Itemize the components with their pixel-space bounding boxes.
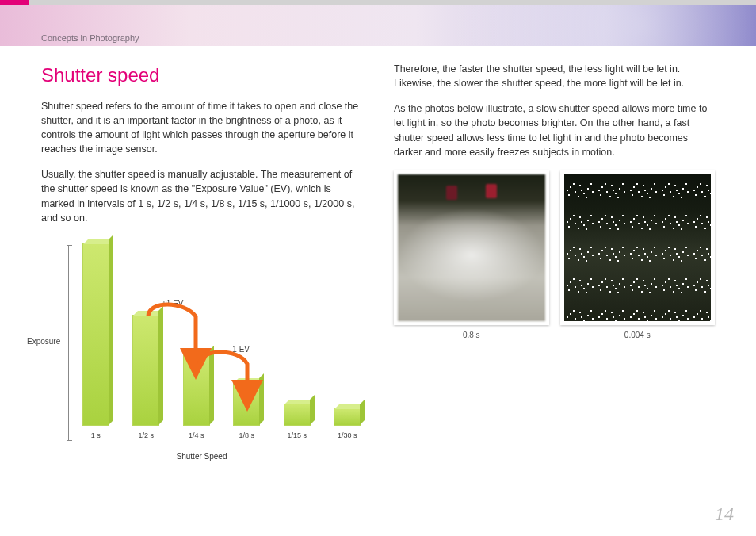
bar-col-4: 1/15 s bbox=[282, 404, 312, 441]
photo-col-slow: 0.8 s bbox=[394, 170, 549, 342]
bar-label-3: 1/8 s bbox=[239, 431, 254, 441]
intro-paragraph-2: Usually, the shutter speed is manually a… bbox=[41, 167, 362, 225]
annotation-minus-1-ev: -1 EV bbox=[230, 344, 250, 356]
photo-fast-shutter bbox=[560, 170, 716, 326]
section-label: Concepts in Photography bbox=[41, 33, 139, 43]
example-photos: 0.8 s 0.004 s bbox=[394, 170, 715, 342]
chart-y-axis-line bbox=[68, 245, 69, 441]
bar-0 bbox=[82, 243, 109, 426]
page-number: 14 bbox=[715, 503, 734, 525]
photo-fast-image bbox=[564, 174, 712, 322]
content-area: Shutter speed Shutter speed refers to th… bbox=[0, 46, 756, 471]
photo-fast-caption: 0.004 s bbox=[560, 330, 716, 342]
bar-2 bbox=[183, 354, 210, 426]
exposure-chart: Exposure 1 s 1/2 s 1/4 s 1/8 s bbox=[41, 241, 362, 471]
left-column: Shutter speed Shutter speed refers to th… bbox=[41, 62, 362, 471]
annotation-plus-1-ev: +1 EV bbox=[162, 298, 184, 310]
right-column: Therefore, the faster the shutter speed,… bbox=[394, 62, 715, 471]
header-gradient: Concepts in Photography bbox=[0, 5, 756, 46]
bar-col-5: 1/30 s bbox=[333, 408, 363, 441]
photo-slow-caption: 0.8 s bbox=[394, 330, 549, 342]
bar-1 bbox=[132, 315, 159, 426]
chart-bars: 1 s 1/2 s 1/4 s 1/8 s 1/15 s bbox=[81, 251, 362, 441]
bar-label-0: 1 s bbox=[91, 431, 101, 441]
bar-col-0: 1 s bbox=[81, 243, 111, 441]
photo-slow-image bbox=[398, 174, 545, 322]
right-paragraph-2: As the photos below illustrate, a slow s… bbox=[394, 101, 715, 159]
bar-label-5: 1/30 s bbox=[338, 431, 357, 441]
intro-paragraph-1: Shutter speed refers to the amount of ti… bbox=[41, 99, 362, 157]
photo-slow-shutter bbox=[394, 170, 549, 326]
bar-5 bbox=[334, 408, 361, 426]
bar-col-3: 1/8 s bbox=[232, 382, 262, 441]
bar-3 bbox=[233, 382, 260, 426]
bar-col-1: 1/2 s bbox=[132, 315, 162, 441]
bar-4 bbox=[284, 404, 311, 426]
page-title: Shutter speed bbox=[41, 62, 362, 90]
bar-col-2: 1/4 s bbox=[181, 354, 212, 441]
right-paragraph-1: Therefore, the faster the shutter speed,… bbox=[394, 62, 715, 90]
bar-label-1: 1/2 s bbox=[138, 431, 154, 441]
bar-label-2: 1/4 s bbox=[189, 431, 204, 441]
chart-x-label: Shutter Speed bbox=[177, 451, 227, 463]
photo-col-fast: 0.004 s bbox=[560, 170, 716, 342]
chart-y-label: Exposure bbox=[27, 336, 60, 348]
bar-label-4: 1/15 s bbox=[287, 431, 307, 441]
